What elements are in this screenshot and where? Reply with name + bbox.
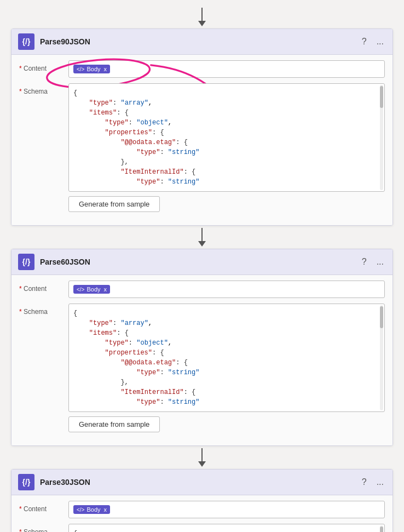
content-token-input-parse60[interactable]: </> Body x [68, 281, 385, 298]
schema-content-parse90: { "type": "array", "items": { "type": "o… [73, 88, 380, 187]
required-star-c30: * [19, 505, 22, 513]
schema-textarea-parse60[interactable]: { "type": "array", "items": { "type": "o… [68, 304, 385, 412]
card-parse90json: {/} Parse90JSON ? ... * Content </> Body… [11, 28, 393, 226]
scrollbar-thumb-parse90[interactable] [380, 86, 383, 108]
card-body-parse90: * Content </> Body x * Schema [11, 55, 393, 225]
body-token-parse30[interactable]: </> Body x [73, 505, 110, 514]
token-icon-parse90: </> [77, 66, 84, 72]
card-header-actions-parse60: ? ... [360, 256, 386, 268]
content-field-parse30: * Content </> Body x [19, 501, 385, 518]
card-title-parse60: Parse60JSON [40, 258, 354, 266]
content-input-area-parse60[interactable]: </> Body x [68, 281, 385, 298]
card-header-actions-parse90: ? ... [360, 36, 386, 48]
content-token-input-parse30[interactable]: </> Body x [68, 501, 385, 518]
top-connector-arrow [198, 8, 206, 26]
content-input-area-parse90[interactable]: </> Body x [68, 60, 385, 78]
body-token-parse90[interactable]: </> Body x [73, 65, 110, 73]
more-button-parse90[interactable]: ... [374, 36, 386, 48]
schema-field-parse60: * Schema { "type": "array", "items": { "… [19, 304, 385, 432]
content-label-parse30: * Content [19, 501, 63, 513]
schema-content-parse60: { "type": "array", "items": { "type": "o… [73, 308, 380, 407]
schema-textarea-parse30[interactable]: { "type": "array", [68, 524, 385, 532]
token-icon-parse60: </> [77, 287, 84, 293]
scrollbar-thumb-parse60[interactable] [380, 306, 383, 328]
body-token-parse60[interactable]: </> Body x [73, 285, 110, 294]
connector-arrowhead-2 [198, 461, 206, 467]
mid-connector-arrow-1 [198, 228, 206, 247]
page-container: {/} Parse90JSON ? ... * Content </> Body… [0, 0, 404, 532]
scrollbar-parse30[interactable] [380, 525, 383, 532]
token-text-parse60: Body [86, 286, 100, 293]
help-button-parse60[interactable]: ? [360, 256, 369, 268]
schema-textarea-parse90[interactable]: { "type": "array", "items": { "type": "o… [68, 83, 385, 192]
scrollbar-parse60[interactable] [380, 305, 383, 410]
card-header-parse90: {/} Parse90JSON ? ... [11, 29, 393, 55]
card-header-parse60: {/} Parse60JSON ? ... [11, 249, 393, 275]
schema-label-parse60: * Schema [19, 304, 63, 316]
required-star: * [19, 65, 22, 72]
help-button-parse30[interactable]: ? [360, 476, 369, 488]
token-close-parse30[interactable]: x [104, 506, 107, 513]
content-label-parse90: * Content [19, 60, 63, 72]
card-parse60json: {/} Parse60JSON ? ... * Content </> Body… [11, 249, 393, 446]
schema-input-area-parse90[interactable]: { "type": "array", "items": { "type": "o… [68, 83, 385, 212]
required-star-schema: * [19, 88, 22, 95]
card-title-parse30: Parse30JSON [40, 478, 354, 487]
schema-label-parse90: * Schema [19, 83, 63, 95]
card-header-actions-parse30: ? ... [360, 476, 386, 488]
token-icon-parse30: </> [77, 507, 84, 513]
content-field-parse60: * Content </> Body x [19, 281, 385, 298]
schema-input-area-parse60[interactable]: { "type": "array", "items": { "type": "o… [68, 304, 385, 432]
connector-line-2 [201, 448, 203, 461]
card-title-parse90: Parse90JSON [40, 37, 354, 46]
generate-btn-parse60[interactable]: Generate from sample [68, 416, 160, 432]
schema-input-area-parse30[interactable]: { "type": "array", [68, 524, 385, 532]
content-input-area-parse30[interactable]: </> Body x [68, 501, 385, 518]
token-text-parse90: Body [86, 66, 100, 72]
connector-arrowhead-1 [198, 241, 206, 247]
card-icon-parse60: {/} [18, 254, 34, 270]
connector-arrowhead [198, 21, 206, 26]
scrollbar-parse90[interactable] [380, 85, 383, 190]
content-token-input-parse90[interactable]: </> Body x [68, 60, 385, 78]
token-close-parse90[interactable]: x [104, 66, 107, 72]
content-label-parse60: * Content [19, 281, 63, 293]
help-button-parse90[interactable]: ? [360, 36, 369, 48]
card-body-parse60: * Content </> Body x * Schema [11, 275, 393, 445]
card-parse30json: {/} Parse30JSON ? ... * Content </> Body… [11, 469, 393, 532]
schema-field-parse90: * Schema { "type": "array", "items": { "… [19, 83, 385, 212]
connector-line [201, 8, 203, 21]
required-star-c60: * [19, 285, 22, 293]
card-header-parse30: {/} Parse30JSON ? ... [11, 470, 393, 495]
schema-content-parse30: { "type": "array", [73, 529, 380, 532]
schema-field-parse30: * Schema { "type": "array", [19, 524, 385, 532]
more-button-parse30[interactable]: ... [374, 476, 386, 488]
card-body-parse30: * Content </> Body x * Schema [11, 495, 393, 532]
token-text-parse30: Body [86, 506, 100, 513]
card-icon-parse90: {/} [18, 33, 34, 50]
token-close-parse60[interactable]: x [104, 286, 107, 293]
schema-label-parse30: * Schema [19, 524, 63, 532]
mid-connector-arrow-2 [198, 448, 206, 467]
card-icon-parse30: {/} [18, 474, 34, 490]
required-star-s60: * [19, 308, 22, 316]
content-field-parse90: * Content </> Body x [19, 60, 385, 78]
connector-line-1 [201, 228, 203, 241]
scrollbar-thumb-parse30[interactable] [380, 527, 383, 532]
generate-btn-parse90[interactable]: Generate from sample [68, 196, 160, 212]
required-star-s30: * [19, 528, 22, 532]
more-button-parse60[interactable]: ... [374, 256, 386, 268]
